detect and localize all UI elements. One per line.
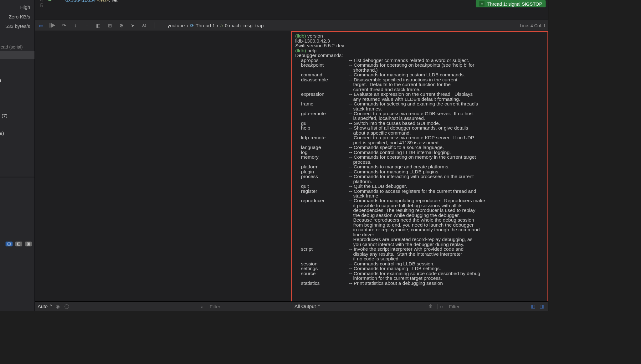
queue-label: Queue: com.apple.…ain-thread (serial)	[0, 44, 23, 49]
gauge-fps[interactable]: FPS	[0, 31, 35, 41]
thread-tree[interactable]: ▼ ⟳ Thread 1 Queue: com.apple.…ain-threa…	[0, 41, 35, 177]
show-variables-icon[interactable]: ◧	[531, 303, 537, 310]
thread-label: gputools.smt_poll.0x28112d700 (3)	[0, 78, 1, 83]
lldb-console[interactable]: (lldb) version lldb-1300.0.42.3 Swift ve…	[292, 32, 547, 301]
gauge-energy-impact[interactable]: Energy Impact High	[0, 2, 35, 12]
gauge-value: Zero KB/s	[9, 14, 30, 19]
thread-row[interactable]: ▶ ⟳ Thread 12	[0, 155, 35, 164]
step-over-button[interactable]: ↷	[60, 22, 68, 29]
clear-console-icon[interactable]: 🗑	[428, 303, 434, 310]
env-overrides-button[interactable]: ⚙	[118, 22, 125, 29]
show-console-icon[interactable]: ◨	[540, 303, 546, 310]
disassembly-view[interactable]: 1libsystem_kernel.dylib`mach_msg_trap:2 …	[35, 0, 548, 20]
line-number: 5	[35, 3, 46, 8]
thread-row[interactable]: ▶ ⟳ Thread 2	[0, 67, 35, 76]
thread-label: JavaScriptCore bmalloc scavenger (7)	[0, 113, 8, 118]
auto-scope-selector[interactable]: Auto ⌃	[38, 304, 53, 309]
gauge-value: High	[20, 4, 30, 10]
gauge-disk[interactable]: Disk Zero KB/s	[0, 12, 35, 21]
debug-3d-button[interactable]: ◧	[95, 22, 102, 29]
continue-button[interactable]	[49, 22, 56, 29]
thread-label: com.apple.uikit.eventfetch-thread (9)	[0, 131, 4, 136]
navigator-filter-bar: ⌕ ⊟ ⊡ ⊞	[0, 177, 35, 311]
thread-row[interactable]: ▶ ⟳ Thread 6	[0, 102, 35, 111]
step-out-button[interactable]: ↑	[84, 22, 91, 29]
debug-toolbar: ▭ ↷ ↓ ↑ ◧ ⊞ ⚙ ➤ M youtube› ⟳Thread 1› ⌂0…	[35, 20, 548, 31]
thread-row[interactable]: ▶ ⟳ Thread 4	[0, 85, 35, 94]
navigator-filter-input[interactable]	[0, 241, 3, 247]
filter-badge-3[interactable]: ⊞	[25, 242, 32, 246]
info-icon[interactable]: ⓘ	[64, 303, 71, 310]
thread-row[interactable]: ▶ ⟳ Thread 14	[0, 173, 35, 177]
filter-icon: ⌕	[201, 303, 207, 310]
thread-row[interactable]: ▶ ⟳ Thread 10	[0, 138, 35, 146]
thread-row[interactable]: ▶ ⟳ WebThread (8)	[0, 120, 35, 129]
thread-row[interactable]: ▶ ⟳ Thread 11	[0, 146, 35, 155]
stack-frame-row[interactable]: ⌂ 8 start	[0, 59, 35, 67]
thread-row[interactable]: ▶ ⟳ gputools.smt_poll.0x28112d700 (3)	[0, 76, 35, 85]
code-line	[56, 3, 548, 8]
variables-filter-input[interactable]	[210, 304, 289, 309]
gauge-value: 533 bytes/s	[5, 23, 30, 29]
quicklook-icon[interactable]: ◉	[56, 303, 62, 310]
location-button[interactable]: ➤	[129, 22, 136, 29]
output-selector[interactable]: All Output ⌃	[295, 304, 321, 309]
filter-badge-2[interactable]: ⊡	[15, 242, 23, 246]
stack-frame-row[interactable]: ⌂ 0 mach_msg_trap	[0, 51, 35, 59]
console-pane: (lldb) version lldb-1300.0.42.3 Swift ve…	[291, 31, 548, 301]
debug-crumb[interactable]: youtube› ⟳Thread 1› ⌂0 mach_msg_trap	[161, 23, 264, 28]
thread-row[interactable]: ▶ ⟳ Thread 5	[0, 94, 35, 102]
cursor-position: Line: 4 Col: 1	[520, 23, 546, 28]
thread-row[interactable]: ▶ ⟳ JavaScriptCore bmalloc scavenger (7)	[0, 111, 35, 120]
step-into-button[interactable]: ↓	[72, 22, 79, 29]
line-number: 4	[35, 0, 46, 3]
filter-badge-1[interactable]: ⊟	[6, 242, 13, 246]
console-filter-input[interactable]	[449, 304, 528, 309]
app-icon	[161, 23, 166, 28]
thread-row[interactable]: ▼ ⟳ Thread 1 Queue: com.apple.…ain-threa…	[0, 43, 35, 51]
debug-navigator: ▤ ⊠ ⌥ 🔍 ⚠ ◇ ⎋ ⬠ ▣ ▼ youtube PID 280	[0, 0, 35, 311]
thread-row[interactable]: ▶ ⟳ com.apple.uikit.eventfetch-thread (9…	[0, 129, 35, 138]
debug-area-footer: Auto ⌃ ◉ ⓘ ⌕ All Output ⌃ 🗑 ⌕ ◧ ◨	[35, 301, 548, 311]
svg-rect-12	[49, 23, 50, 28]
code-line: 0x18841c634 <+8>: ret	[56, 0, 548, 3]
memory-graph-button[interactable]: ⊞	[106, 22, 114, 29]
filter-icon: ⌕	[440, 303, 446, 310]
variables-view[interactable]	[35, 31, 291, 301]
step-instruction-button[interactable]: M	[141, 22, 148, 29]
toggle-debug-area[interactable]: ▭	[38, 22, 45, 29]
thread-row[interactable]: ▶ ⟳ Thread 13	[0, 164, 35, 173]
editor-area: ⊞ ‹ › myoutubeCronet.xmmyoutubeReqResp.x…	[35, 0, 548, 311]
gauge-network[interactable]: Network 533 bytes/s	[0, 21, 35, 31]
